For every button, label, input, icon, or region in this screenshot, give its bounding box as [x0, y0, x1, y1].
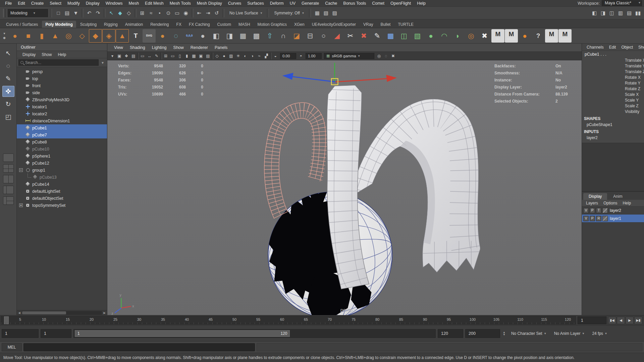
shelf-green-mesh-icon[interactable]: ▧	[411, 29, 424, 43]
shelf-extrude-icon[interactable]: ⇧	[263, 29, 276, 43]
outliner-item[interactable]: locator2	[17, 110, 107, 117]
play-forward-button[interactable]: ▶	[626, 317, 634, 324]
shelf-star-icon[interactable]: ✱	[3, 36, 6, 40]
two-d-pan-zoom-icon[interactable]: ↔	[146, 53, 153, 59]
snap-to-grids-icon[interactable]: ⊞	[138, 9, 147, 17]
ipr-render-icon[interactable]: ▧	[322, 9, 330, 17]
file-open-icon[interactable]: ▤	[63, 9, 71, 17]
gamma-icon[interactable]: ◓	[298, 53, 304, 59]
shelf-orange-ball-icon[interactable]: ●	[518, 29, 531, 43]
shelf-lattice-icon[interactable]: ▩	[250, 29, 263, 43]
single-pane-layout-button[interactable]	[3, 154, 14, 162]
layer-playback-toggle[interactable]: P	[590, 208, 595, 213]
command-mode-button[interactable]: MEL	[2, 343, 22, 351]
shelf-poly-torus-icon[interactable]: ◎	[62, 29, 75, 43]
lasso-select-tool[interactable]: ◌	[2, 60, 14, 71]
current-frame-field[interactable]: 1	[578, 316, 606, 324]
shelf-boolean-icon[interactable]: ⊟	[304, 29, 317, 43]
time-slider-track[interactable]: 5101520253035404550556065707580859095100…	[1, 316, 576, 324]
shelf-zero-transform-icon[interactable]: 0,0,0	[183, 29, 196, 43]
layer-playback-toggle[interactable]: P	[590, 216, 595, 221]
outliner-item[interactable]: front	[17, 82, 107, 89]
channelbox-menu-item[interactable]: Show	[636, 45, 644, 50]
shelf-target-weld-icon[interactable]: ✖	[357, 29, 370, 43]
snap-to-points-icon[interactable]: •	[155, 9, 164, 17]
screen-space-ao-icon[interactable]: ◑	[249, 53, 256, 59]
safe-action-icon[interactable]: ▣	[198, 53, 204, 59]
shaded-display-icon[interactable]: ●	[221, 53, 227, 59]
menu-item[interactable]: Mesh	[126, 0, 142, 6]
shelf-bevel-icon[interactable]: ◪	[290, 29, 303, 43]
channel-attribute[interactable]: Translate X	[625, 58, 644, 63]
grease-pencil-icon[interactable]: ✎	[153, 53, 160, 59]
menu-item[interactable]: Mesh Tools	[167, 0, 194, 6]
channel-attribute[interactable]: Translate Z	[625, 69, 644, 75]
scale-tool[interactable]: ◰	[2, 111, 14, 122]
layer-color-swatch[interactable]	[602, 208, 608, 213]
shelf-soft-select-icon[interactable]: ◌	[169, 29, 182, 43]
animation-start-field[interactable]: 1	[2, 329, 39, 338]
viewport-menu-item[interactable]: View	[111, 45, 126, 50]
select-object-mode-icon[interactable]: ◆	[116, 9, 124, 17]
exposure-icon[interactable]: ◒	[272, 53, 279, 59]
move-tool[interactable]: ✜	[2, 86, 14, 97]
shelf-tab[interactable]: Sculpting	[77, 21, 100, 28]
outliner-item[interactable]: group1	[17, 167, 107, 174]
gamma-field[interactable]: 1.00	[306, 53, 322, 59]
snap-to-projected-center-icon[interactable]: ⊙	[164, 9, 173, 17]
shelf-tab[interactable]: Curves / Surfaces	[3, 21, 41, 28]
channel-attribute[interactable]: Scale X	[625, 92, 644, 98]
exposure-field[interactable]: 0.00	[280, 53, 296, 59]
outliner-search-input[interactable]: Search...	[18, 59, 99, 66]
undo-icon[interactable]: ↶	[85, 9, 94, 17]
channel-attribute[interactable]: Visibility	[625, 109, 644, 115]
shelf-smooth-icon[interactable]: ○	[317, 29, 330, 43]
attribute-editor-toggle-icon[interactable]: ◫	[607, 9, 616, 17]
render-settings-icon[interactable]: ▨	[330, 9, 339, 17]
channel-attribute[interactable]: Scale Z	[625, 103, 644, 109]
tool-settings-toggle-icon[interactable]: ▥	[616, 9, 625, 17]
channel-box-toggle-icon[interactable]: ▤	[625, 9, 634, 17]
input-node-name[interactable]: layer2	[582, 135, 644, 141]
shelf-tab[interactable]: FX	[173, 21, 185, 28]
file-save-icon[interactable]: ▼	[71, 9, 80, 17]
workspace-value[interactable]: Maya Classic*▾	[602, 0, 642, 6]
shelf-multi-cut-icon[interactable]: ✂	[344, 29, 357, 43]
outliner-item[interactable]: topoSymmetrySet	[17, 202, 107, 209]
layer-display-type-toggle[interactable]: T	[596, 208, 601, 213]
multisample-aa-icon[interactable]: ▞	[263, 53, 270, 59]
shelf-svg-tool-icon[interactable]: SVG	[143, 29, 156, 43]
camera-attributes-icon[interactable]: ❖	[123, 53, 130, 59]
command-input[interactable]	[23, 343, 255, 351]
range-slider-track[interactable]: 1 120	[73, 329, 436, 338]
select-hierarchy-mode-icon[interactable]: ↖	[107, 9, 116, 17]
viewport-camera-menu-icon[interactable]: ▾	[109, 53, 116, 59]
four-pane-layout-button[interactable]	[3, 164, 14, 173]
shelf-poly-disc-icon[interactable]: ◆	[89, 29, 102, 43]
outliner-item[interactable]: pCube12	[17, 160, 107, 167]
shelf-mirror-icon[interactable]: ◫	[397, 29, 411, 43]
grid-toggle-icon[interactable]: ⊞	[162, 53, 169, 59]
menu-item[interactable]: Deform	[267, 0, 287, 6]
channel-attribute[interactable]: Translate Y	[625, 63, 644, 69]
construction-history-icon[interactable]: ↺	[212, 9, 221, 17]
animation-end-field[interactable]: 200	[465, 329, 500, 338]
menu-item[interactable]: Modify	[64, 0, 83, 6]
outliner-item[interactable]: pCube10	[17, 145, 107, 153]
custom-layout-button[interactable]	[3, 196, 14, 205]
field-chart-icon[interactable]: ▦	[191, 53, 197, 59]
outliner-persp-layout-button[interactable]	[3, 186, 14, 194]
select-tool[interactable]: ↖	[2, 48, 14, 59]
outliner-item[interactable]: distanceDimension1	[17, 117, 107, 124]
menu-item[interactable]: Edit Mesh	[142, 0, 167, 6]
shelf-separate-icon[interactable]: ◨	[223, 29, 236, 43]
scrollbar-track[interactable]	[22, 311, 102, 315]
input-to-selected-icon[interactable]: ⇤	[195, 9, 204, 17]
shelf-fill-hole-icon[interactable]: ▦	[236, 29, 250, 43]
outliner-item[interactable]: defaultObjectSet	[17, 195, 107, 202]
shelf-sh-script-icon[interactable]: M SH	[491, 29, 504, 43]
layer-editor-menu-item[interactable]: Layers	[583, 201, 601, 205]
shelf-combine-icon[interactable]: ◧	[210, 29, 223, 43]
scrollbar-thumb[interactable]	[22, 311, 66, 314]
outliner-item[interactable]: pCube14	[17, 181, 107, 188]
